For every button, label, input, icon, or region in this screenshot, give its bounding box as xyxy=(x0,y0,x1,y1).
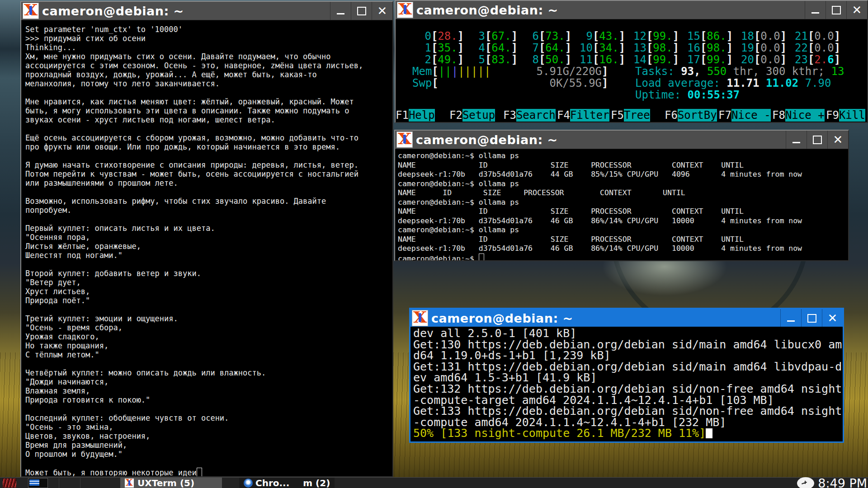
terminal-line: Но также прощания, xyxy=(25,341,392,350)
fkey-f6-button[interactable]: F6SortBy xyxy=(665,109,718,121)
terminal-line: Третий куплет: эмоции и ощущения. xyxy=(25,314,392,323)
minimize-button[interactable] xyxy=(780,309,801,327)
fkey-f1-button[interactable]: F1Help xyxy=(396,109,449,121)
cpu-meter: 9[43.] xyxy=(580,30,633,42)
titlebar-ollama[interactable]: X cameron@debian: ~ ✕ xyxy=(395,131,848,149)
analog-clock-icon xyxy=(797,477,814,488)
terminal-line: "Ветер дует, xyxy=(25,278,392,287)
cpu-meter: 22[0.0] xyxy=(795,42,849,54)
terminal-line: >>> придумай стих об осени xyxy=(25,34,392,43)
minimize-button[interactable] xyxy=(786,131,807,149)
terminal-line: Листья жёлтые, оранжевые, xyxy=(25,242,392,251)
cpu-meter: 15[86.] xyxy=(687,30,741,42)
cpu-meter: 20[0.0] xyxy=(741,54,795,66)
terminal-line: Потом перейти к чувствам - может быть, о… xyxy=(25,169,392,178)
terminal-line: NAME ID SIZE PROCESSOR CONTEXT UNTIL xyxy=(398,207,848,216)
uxterm-icon: X xyxy=(23,3,39,19)
close-button[interactable]: ✕ xyxy=(846,1,867,19)
close-button[interactable]: ✕ xyxy=(827,131,848,149)
terminal-line: cameron@debian:~$ ollama ps xyxy=(398,151,848,161)
terminal-line: Природа готовится к покою." xyxy=(25,395,392,404)
cpu-meter: 7[64.] xyxy=(526,42,580,54)
titlebar-htop[interactable]: X cameron@debian: ~ ✕ xyxy=(396,1,867,19)
uxterm-icon: X xyxy=(412,310,428,326)
taskbar-empty-slot xyxy=(80,478,101,488)
desktop-pager-icon[interactable] xyxy=(28,478,48,488)
fkey-f5-button[interactable]: F5Tree xyxy=(611,109,665,121)
maximize-button[interactable] xyxy=(801,309,822,327)
taskbar-button-uxterm[interactable]: X UXTerm (5) xyxy=(120,478,222,488)
terminal-line: ассоциируется с этим сезоном. Осень - эт… xyxy=(25,61,392,70)
terminal-line xyxy=(25,305,392,314)
htop-uptime-row: Uptime: 00:55:37 xyxy=(396,89,867,101)
terminal-output-ollama[interactable]: cameron@debian:~$ ollama psNAME ID SIZE … xyxy=(395,149,848,260)
fkey-f2-button[interactable]: F2Setup xyxy=(449,109,503,121)
fkey-f3-button[interactable]: F3Search xyxy=(503,109,557,121)
window-uxterm-apt: X cameron@debian: ~ ✕ dev all 2.5.0-1 [4… xyxy=(409,308,844,443)
terminal-line: Мне нравится, как листья меняют цвет: жё… xyxy=(25,97,392,106)
cpu-meter: 0[28.] xyxy=(418,30,472,42)
cpu-meter: 2[49.] xyxy=(418,54,472,66)
uxterm-icon: X xyxy=(396,131,413,148)
terminal-line xyxy=(25,188,392,197)
terminal-line: NAME ID SIZE PROCESSOR CONTEXT UNTIL xyxy=(398,235,848,244)
maximize-button[interactable] xyxy=(826,1,846,19)
cpu-meter: 3[67.] xyxy=(472,30,526,42)
terminal-line: deepseek-r1:70b d37b54d01a76 44 GB 85%/1… xyxy=(398,170,848,179)
window-uxterm-ollama: X cameron@debian: ~ ✕ cameron@debian:~$ … xyxy=(394,130,849,261)
close-button[interactable]: ✕ xyxy=(372,2,392,20)
cpu-meter: 5[83.] xyxy=(472,54,526,66)
terminal-line: О прошлом и будущем." xyxy=(25,450,392,459)
terminal-line: Set parameter 'num_ctx' to '10000' xyxy=(25,25,392,34)
start-menu-icon[interactable] xyxy=(3,479,16,488)
cpu-meter: 13[98.] xyxy=(633,42,687,54)
fkey-f9-button[interactable]: F9Kill xyxy=(826,109,867,121)
window-uxterm-htop: X cameron@debian: ~ ✕ 0[28.] 3[67.] 6[73… xyxy=(395,0,868,123)
maximize-button[interactable] xyxy=(351,2,372,20)
terminal-line: deepseek-r1:70b d37b54d01a76 46 GB 86%/1… xyxy=(398,244,848,253)
htop-swp-row: Swp[ 0K/55.9G]Load average: 11.71 11.02 … xyxy=(396,77,867,89)
terminal-line: Шелестят под ногами." xyxy=(25,251,392,260)
taskbar-empty-slot xyxy=(59,478,80,488)
cpu-meter: 4[64.] xyxy=(472,42,526,54)
terminal-line: попробуем. xyxy=(25,206,392,215)
htop-function-key-bar: F1Help F2Setup F3SearchF4FilterF5Tree F6… xyxy=(396,109,867,121)
cpu-meter: 23[2.6] xyxy=(795,54,849,66)
maximize-button[interactable] xyxy=(807,131,827,149)
taskbar-button-chromium[interactable]: Chro... m (2) xyxy=(239,478,335,488)
terminal-line: Влажная земля, xyxy=(25,386,392,395)
terminal-line xyxy=(25,215,392,224)
minimize-button[interactable] xyxy=(805,1,826,19)
close-button[interactable]: ✕ xyxy=(822,309,843,327)
terminal-line: Может быть, я повторяю некоторые идеи xyxy=(25,468,392,476)
titlebar-poem[interactable]: X cameron@debian: ~ ✕ xyxy=(21,2,392,20)
system-tray: 8:49 PM xyxy=(797,476,867,488)
terminal-line: С тёплым летом." xyxy=(25,350,392,359)
terminal-line xyxy=(25,459,392,468)
terminal-line xyxy=(25,404,392,413)
titlebar-apt[interactable]: X cameron@debian: ~ ✕ xyxy=(410,309,843,328)
cpu-meter: 21[0.0] xyxy=(795,30,849,42)
terminal-line: Хм, мне нужно придумать стих о осени. Да… xyxy=(25,52,392,61)
terminal-output-htop[interactable]: 0[28.] 3[67.] 6[73.] 9[43.]12[99.]15[86.… xyxy=(396,19,867,122)
cpu-meter: 1[35.] xyxy=(418,42,472,54)
terminal-line: звуках осени - хруст листьев под ногами,… xyxy=(25,115,392,124)
minimize-button[interactable] xyxy=(330,2,351,20)
terminal-line: Последний куплет: обобщение чувств от ос… xyxy=(25,413,392,422)
terminal-line: deepseek-r1:70b d37b54d01a76 46 GB 86%/1… xyxy=(398,216,848,226)
terminal-line xyxy=(25,359,392,368)
cpu-meter: 6[73.] xyxy=(526,30,580,42)
terminal-line: Я думаю начать стихотворение с описания … xyxy=(25,160,392,169)
taskbar: X UXTerm (5) Chro... m (2) 8:49 PM xyxy=(0,477,868,488)
terminal-line: "Дожди начинаются, xyxy=(25,377,392,386)
terminal-line: Thinking... xyxy=(25,43,392,52)
fkey-f4-button[interactable]: F4Filter xyxy=(557,109,611,121)
htop-cpu-row: 2[49.] 5[83.] 8[50.]11[16.]14[99.]17[99.… xyxy=(396,54,867,66)
terminal-output-apt[interactable]: dev all 2.5.0-1 [401 kB]Get:130 https://… xyxy=(410,327,843,441)
window-title: cameron@debian: ~ xyxy=(431,311,573,325)
fkey-f8-button[interactable]: F8Nice + xyxy=(772,109,826,121)
fkey-f7-button[interactable]: F7Nice - xyxy=(718,109,772,121)
taskbar-button-label: Chro... xyxy=(255,478,289,488)
terminal-output-poem[interactable]: Set parameter 'num_ctx' to '10000'>>> пр… xyxy=(21,20,392,476)
cpu-meter: 17[99.] xyxy=(687,54,741,66)
